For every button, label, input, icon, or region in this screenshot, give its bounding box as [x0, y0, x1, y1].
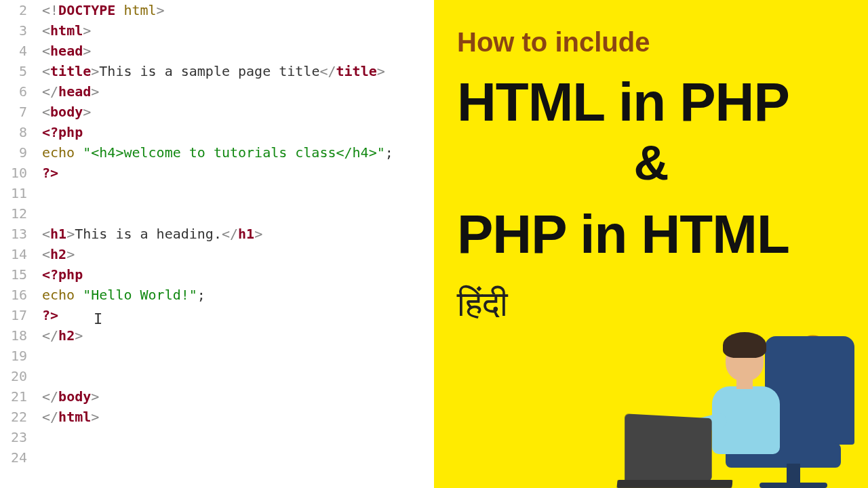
line-number: 23 — [0, 427, 27, 447]
code-line[interactable]: <h2> — [42, 244, 434, 264]
line-number: 9 — [0, 142, 27, 163]
line-number: 22 — [0, 407, 27, 427]
code-line[interactable] — [42, 366, 434, 386]
code-line[interactable]: </body> — [42, 386, 434, 407]
line-number: 15 — [0, 264, 27, 285]
code-line[interactable] — [42, 447, 434, 468]
line-number: 8 — [0, 122, 27, 142]
line-number: 11 — [0, 183, 27, 203]
code-line[interactable]: <title>This is a sample page title</titl… — [42, 61, 434, 81]
code-line[interactable]: </html> — [42, 407, 434, 427]
line-number: 19 — [0, 346, 27, 366]
line-number: 3 — [0, 20, 27, 41]
promo-language-label: हिंदी — [457, 283, 845, 325]
promo-heading-2: PHP in HTML — [457, 206, 845, 263]
code-line[interactable]: <!DOCTYPE html> — [42, 0, 434, 20]
line-number: 10 — [0, 163, 27, 183]
person-at-laptop-illustration — [617, 325, 848, 488]
code-line[interactable] — [42, 183, 434, 203]
code-line[interactable]: <?php — [42, 264, 434, 285]
promo-ampersand: & — [457, 136, 845, 190]
line-number: 14 — [0, 244, 27, 264]
code-line[interactable]: <body> — [42, 102, 434, 122]
laptop-icon — [617, 413, 732, 488]
line-number: 6 — [0, 81, 27, 102]
code-line[interactable]: <head> — [42, 41, 434, 61]
code-line[interactable]: echo "<h4>welcome to tutorials class</h4… — [42, 142, 434, 163]
code-line[interactable]: ?>I — [42, 305, 434, 325]
code-line[interactable]: echo "Hello World!"; — [42, 285, 434, 305]
code-line[interactable]: <?php — [42, 122, 434, 142]
line-number: 13 — [0, 224, 27, 244]
code-line[interactable]: <h1>This is a heading.</h1> — [42, 224, 434, 244]
promo-heading-1: HTML in PHP — [457, 74, 845, 131]
promo-subtitle: How to include — [457, 27, 845, 58]
line-number: 20 — [0, 366, 27, 386]
line-number: 4 — [0, 41, 27, 61]
line-number: 16 — [0, 285, 27, 305]
code-line[interactable] — [42, 427, 434, 447]
line-number: 21 — [0, 386, 27, 407]
code-line[interactable]: ?> — [42, 163, 434, 183]
line-number: 18 — [0, 325, 27, 346]
code-line[interactable]: <html> — [42, 20, 434, 41]
line-number: 24 — [0, 447, 27, 468]
line-number: 5 — [0, 61, 27, 81]
line-number: 17 — [0, 305, 27, 325]
code-editor[interactable]: 2 3 4 5 6 7 8 9 10 11 12 13 14 15 16 17 … — [0, 0, 434, 488]
promo-panel: How to include HTML in PHP & PHP in HTML… — [434, 0, 868, 488]
code-line[interactable] — [42, 203, 434, 224]
code-line[interactable]: </head> — [42, 81, 434, 102]
line-numbers-gutter: 2 3 4 5 6 7 8 9 10 11 12 13 14 15 16 17 … — [0, 0, 35, 488]
line-number: 2 — [0, 0, 27, 20]
code-area[interactable]: <!DOCTYPE html> <html> <head> <title>Thi… — [35, 0, 434, 488]
line-number: 7 — [0, 102, 27, 122]
text-cursor-icon: I — [94, 309, 102, 329]
code-line[interactable] — [42, 346, 434, 366]
line-number: 12 — [0, 203, 27, 224]
